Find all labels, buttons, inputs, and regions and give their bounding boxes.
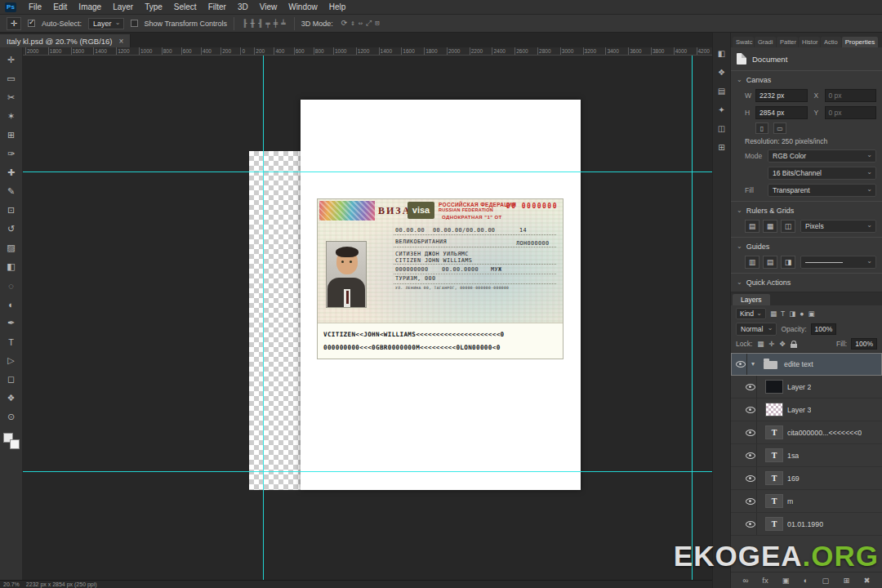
align-icon[interactable]: ╧ [279, 20, 287, 28]
menu-item[interactable]: Select [168, 2, 203, 12]
rulers-grids-header[interactable]: ⌄ Rulers & Grids [737, 203, 876, 217]
link-layers-icon[interactable]: ∞ [743, 576, 749, 585]
marquee-tool[interactable]: ▭ [2, 69, 21, 88]
horizontal-ruler[interactable]: 2000180016001400120010008006004002000200… [23, 47, 712, 56]
menu-item[interactable]: Image [73, 2, 107, 12]
layer-filter-icon[interactable]: ▦ [769, 310, 777, 318]
background-color-swatch[interactable] [10, 439, 20, 449]
ruler-grid-icon[interactable]: ◫ [781, 220, 795, 233]
menu-item[interactable]: Type [139, 2, 168, 12]
auto-select-checkbox[interactable] [28, 20, 35, 27]
zoom-tool[interactable]: ⊙ [2, 408, 21, 426]
show-transform-checkbox[interactable] [131, 20, 138, 27]
group-disclosure-icon[interactable] [751, 360, 758, 368]
menu-item[interactable]: Window [283, 2, 323, 12]
layer-visibility-toggle[interactable] [744, 490, 757, 512]
layer-visibility-toggle[interactable] [744, 513, 757, 535]
width-input[interactable]: 2232 px [755, 89, 808, 102]
canvas-area[interactable]: ВИЗА visa 00 0000000 РОССИЙСКАЯ ФЕДЕРАЦИ… [23, 56, 712, 580]
canvas-section-header[interactable]: ⌄ Canvas [737, 73, 876, 87]
layer-row[interactable]: T 01.01.1990 [731, 513, 882, 536]
fill-dropdown[interactable]: Transparent [768, 184, 876, 197]
3d-mode-icon[interactable]: ⟳ [340, 19, 350, 28]
quick-selection-tool[interactable]: ✶ [2, 107, 21, 126]
swatches-panel-icon[interactable]: ❖ [718, 68, 725, 77]
eraser-tool[interactable]: ▨ [2, 238, 21, 257]
layer-visibility-toggle[interactable] [744, 376, 757, 398]
shape-tool[interactable]: ◻ [2, 370, 21, 389]
libraries-panel-icon[interactable]: ▤ [718, 87, 725, 96]
close-tab-icon[interactable]: × [119, 37, 124, 46]
crop-tool[interactable]: ⊞ [2, 126, 21, 145]
new-group-icon[interactable]: ▢ [822, 576, 829, 585]
height-input[interactable]: 2854 px [755, 106, 808, 119]
x-input[interactable]: 0 px [825, 89, 877, 102]
align-icon[interactable]: ╫ [249, 20, 256, 28]
panel-tab[interactable]: Swatc [733, 37, 754, 47]
color-swatches[interactable] [3, 433, 20, 449]
layer-visibility-toggle[interactable] [734, 353, 747, 375]
layer-effects-icon[interactable]: fx [762, 576, 768, 585]
menu-item[interactable]: Edit [47, 2, 73, 12]
layer-filter-icon[interactable]: ◨ [788, 310, 796, 318]
ruler-grid-icon[interactable]: ▤ [745, 220, 760, 233]
layer-filter-icon[interactable]: ● [799, 310, 804, 318]
layer-row[interactable]: Layer 2 [731, 376, 882, 399]
panel-tab[interactable]: Gradi [755, 37, 776, 47]
opacity-input[interactable]: 100% [811, 323, 837, 335]
portrait-orientation-button[interactable]: ▯ [755, 122, 768, 134]
eyedropper-tool[interactable]: ✑ [2, 145, 21, 163]
guide-option-icon[interactable]: ▤ [763, 256, 777, 269]
layer-row[interactable]: T m [731, 490, 882, 513]
y-input[interactable]: 0 px [825, 106, 877, 119]
layer-mask-icon[interactable]: ▣ [782, 576, 790, 585]
lock-option-icon[interactable]: ✛ [768, 340, 775, 348]
healing-brush-tool[interactable]: ✚ [2, 163, 21, 182]
gradient-tool[interactable]: ◧ [2, 257, 21, 276]
3d-mode-icon[interactable]: ⇕ [349, 19, 356, 28]
panel-tab[interactable]: Patter [777, 37, 798, 47]
adjustments-panel-icon[interactable]: ✦ [718, 105, 724, 114]
auto-select-dropdown[interactable]: Layer [88, 18, 124, 29]
landscape-orientation-button[interactable]: ▭ [773, 122, 786, 134]
layer-visibility-toggle[interactable] [744, 444, 757, 466]
lock-all-icon[interactable] [791, 341, 797, 348]
layer-visibility-toggle[interactable] [744, 467, 757, 489]
lasso-tool[interactable]: ✂ [2, 88, 21, 107]
guide-horizontal-bottom[interactable] [23, 471, 712, 472]
document-tab[interactable]: Italy kl.psd @ 20.7% (RGB/16) × [0, 34, 131, 49]
adjustment-layer-icon[interactable]: ◐ [804, 576, 808, 585]
pen-tool[interactable]: ✒ [2, 314, 21, 332]
clone-stamp-tool[interactable]: ⊡ [2, 201, 21, 220]
color-panel-icon[interactable]: ◧ [718, 49, 725, 58]
menu-item[interactable]: Layer [107, 2, 139, 12]
history-brush-tool[interactable]: ↺ [2, 220, 21, 238]
zoom-level[interactable]: 20.7% [3, 581, 20, 587]
quick-actions-header[interactable]: ⌄ Quick Actions [737, 275, 876, 289]
3d-mode-icon[interactable]: ⊡ [373, 19, 381, 28]
blend-mode-dropdown[interactable]: Normal [736, 323, 777, 336]
3d-mode-icon[interactable]: ⇔ [357, 19, 364, 28]
guide-style-dropdown[interactable] [800, 256, 876, 269]
delete-layer-icon[interactable]: ✖ [863, 576, 870, 585]
active-tool-icon[interactable]: ✛ [7, 17, 21, 30]
layer-row[interactable]: Layer 3 [731, 399, 882, 421]
layer-visibility-toggle[interactable] [744, 399, 757, 421]
align-icon[interactable]: ╤ [264, 20, 271, 28]
layer-visibility-toggle[interactable] [744, 421, 757, 443]
dodge-tool[interactable]: ◐ [2, 295, 21, 314]
path-selection-tool[interactable]: ▷ [2, 351, 21, 370]
layer-row[interactable]: T 1sa [731, 444, 882, 467]
history-panel-icon[interactable]: ◫ [718, 124, 725, 133]
panel-tab[interactable]: Actio [821, 37, 841, 47]
menu-item[interactable]: Help [323, 2, 352, 12]
lock-option-icon[interactable]: ▦ [756, 340, 764, 348]
info-panel-icon[interactable]: ⊞ [718, 143, 724, 152]
guide-option-icon[interactable]: ◨ [781, 256, 795, 269]
layer-row[interactable]: edite text [731, 353, 882, 376]
units-dropdown[interactable]: Pixels [800, 220, 876, 233]
guide-vertical-right[interactable] [692, 56, 693, 580]
kind-filter-dropdown[interactable]: Kind [736, 308, 766, 319]
lock-option-icon[interactable]: ✥ [778, 340, 786, 348]
3d-mode-icon[interactable]: ⤢ [364, 19, 373, 28]
